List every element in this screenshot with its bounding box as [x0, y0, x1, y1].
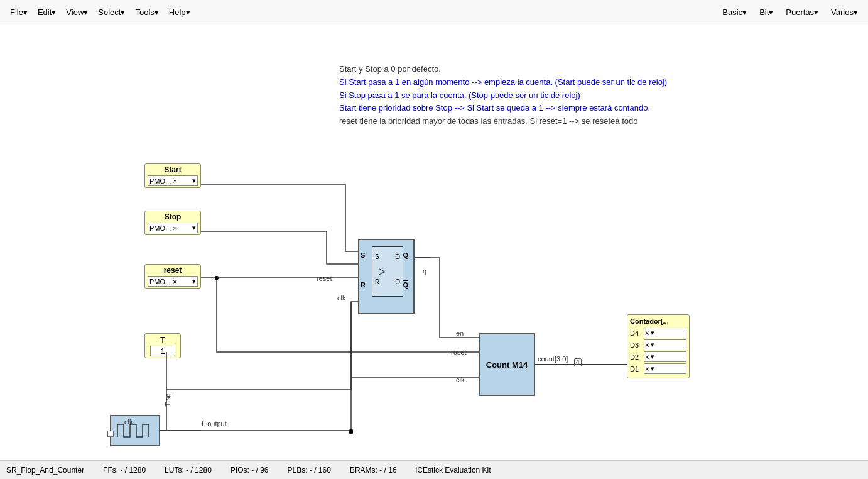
sr-trigger-icon: ▷: [379, 266, 386, 276]
d1-select[interactable]: x ▾: [644, 363, 686, 374]
stop-title: Stop: [148, 212, 198, 221]
clk-wire-label: clk: [337, 294, 345, 302]
reset-component: reset PMO... × ▾: [144, 264, 201, 289]
reset2-wire-label: reset: [451, 348, 466, 356]
d2-label: D2: [630, 353, 643, 361]
desc-line-4: Start tiene prioridad sobre Stop --> Si …: [339, 102, 667, 115]
t-value[interactable]: 1: [150, 346, 175, 356]
menu-tools[interactable]: Tools▾: [130, 5, 163, 19]
d4-select[interactable]: x ▾: [644, 328, 686, 338]
contador-row-d4: D4 x ▾: [630, 328, 686, 338]
menu-bar: File▾ Edit▾ View▾ Select▾ Tools▾ Help▾ B…: [0, 0, 868, 25]
contador-row-d1: D1 x ▾: [630, 363, 686, 374]
d3-label: D3: [630, 341, 643, 349]
q-wire-label: q: [423, 267, 426, 275]
menu-varios[interactable]: Varios▾: [826, 5, 863, 19]
wire-dot-clk-bottom: [349, 431, 353, 434]
stop-dropdown-icon[interactable]: ▾: [192, 224, 196, 232]
sr-inner-box: S Q R Q ▷: [372, 246, 403, 297]
menu-basic[interactable]: Basic▾: [717, 5, 752, 19]
canvas-area: Start y Stop a 0 por defecto. Si Start p…: [0, 25, 868, 460]
desc-line-2: Si Start pasa a 1 en algún momento --> e…: [339, 76, 667, 89]
sr-s-label: S: [361, 251, 365, 259]
sr-inner-s: S: [375, 253, 379, 260]
f-output-label: f_output: [202, 420, 227, 427]
count-out-label: count[3:0]: [538, 355, 568, 363]
sr-inner-r: R: [375, 278, 379, 285]
description-block: Start y Stop a 0 por defecto. Si Start p…: [339, 63, 667, 128]
d1-label: D1: [630, 365, 643, 373]
menu-select[interactable]: Select▾: [93, 5, 130, 19]
reset-wire-label: reset: [317, 275, 332, 282]
clk2-wire-label: clk: [456, 376, 464, 383]
desc-line-5: reset tiene la prioridad mayor de todas …: [339, 115, 667, 128]
contador-row-d3: D3 x ▾: [630, 339, 686, 350]
d2-select[interactable]: x ▾: [644, 351, 686, 362]
en-wire-label: en: [456, 329, 464, 337]
clk-input-indicator: [107, 431, 114, 437]
sr-inner-q: Q: [395, 253, 400, 260]
menu-view[interactable]: View▾: [61, 5, 93, 19]
clk-in-label: clk: [124, 418, 133, 426]
sr-q-label: Q: [403, 251, 408, 259]
t-title: T: [150, 335, 175, 344]
start-dropdown-icon[interactable]: ▾: [192, 177, 196, 185]
t-sg-label: T sg: [164, 393, 171, 406]
d4-label: D4: [630, 329, 643, 337]
start-select[interactable]: PMO... × ▾: [148, 175, 198, 186]
desc-line-3: Si Stop pasa a 1 se para la cuenta. (Sto…: [339, 89, 667, 102]
menu-edit[interactable]: Edit▾: [33, 5, 61, 19]
reset-title: reset: [148, 266, 198, 275]
wire-dot-reset: [215, 276, 219, 280]
desc-line-1: Start y Stop a 0 por defecto.: [339, 63, 667, 76]
sr-flipflop: S R Q Q S Q R Q ▷: [358, 239, 415, 314]
contador-row-d2: D2 x ▾: [630, 351, 686, 362]
reset-dropdown-icon[interactable]: ▾: [192, 277, 196, 285]
start-title: Start: [148, 165, 198, 174]
menu-bit[interactable]: Bit▾: [754, 5, 778, 19]
contador-title: Contador[...: [630, 317, 686, 325]
sr-r-label: R: [361, 281, 366, 289]
d3-select[interactable]: x ▾: [644, 339, 686, 350]
count-width-badge: 4: [574, 358, 582, 366]
stop-select[interactable]: PMO... × ▾: [148, 223, 198, 233]
count-m14: Count M14: [479, 333, 535, 396]
reset-select[interactable]: PMO... × ▾: [148, 276, 198, 287]
menu-help[interactable]: Help▾: [164, 5, 195, 19]
t-component: T 1: [144, 333, 181, 358]
menu-puertas[interactable]: Puertas▾: [781, 5, 823, 19]
menu-file[interactable]: File▾: [5, 5, 33, 19]
stop-component: Stop PMO... × ▾: [144, 211, 201, 235]
sr-inner-qbar: Q: [395, 278, 400, 285]
clk-component: [110, 415, 160, 446]
count-label: Count M14: [486, 360, 528, 370]
sr-qbar-label: Q: [403, 281, 408, 289]
contador-component: Contador[... D4 x ▾ D3 x ▾ D2 x ▾ D1 x ▾: [627, 314, 690, 378]
clk-waveform-icon: [116, 421, 154, 440]
start-component: Start PMO... × ▾: [144, 163, 201, 188]
